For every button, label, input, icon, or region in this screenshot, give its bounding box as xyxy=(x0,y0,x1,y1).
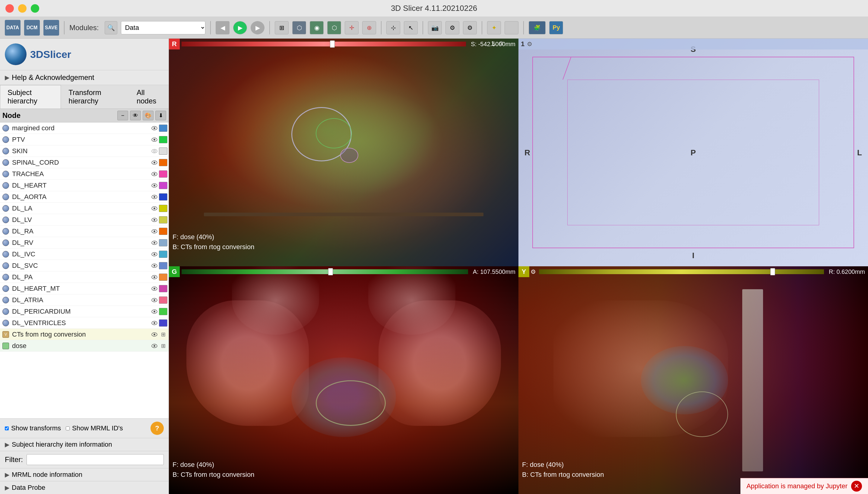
node-color-swatch[interactable] xyxy=(159,239,167,246)
node-color-swatch[interactable] xyxy=(159,308,167,315)
nav-back-button[interactable]: ◀ xyxy=(216,21,230,34)
node-visibility-icon[interactable] xyxy=(150,307,159,316)
node-visibility-icon[interactable] xyxy=(150,238,159,247)
nav-forward-button[interactable]: ▶ xyxy=(251,21,265,34)
ext2-button[interactable]: ⚙ xyxy=(463,21,477,34)
node-color-swatch[interactable] xyxy=(159,182,167,189)
node-color-swatch[interactable] xyxy=(159,136,167,143)
node-row[interactable]: DL_HEART_MT xyxy=(0,283,169,294)
node-color-swatch[interactable] xyxy=(159,319,167,327)
node-row[interactable]: DL_RV xyxy=(0,237,169,248)
ext3-button[interactable] xyxy=(505,21,518,34)
node-visibility-icon[interactable] xyxy=(150,135,159,144)
node-visibility-icon[interactable] xyxy=(150,250,159,259)
slicer-ext-button[interactable]: 🧩 xyxy=(529,21,545,34)
3d-view-button[interactable]: ⬡ xyxy=(292,21,306,34)
node-color-swatch[interactable] xyxy=(159,125,167,132)
mrml-node-info-row[interactable]: ▶ MRML node information xyxy=(0,468,169,481)
node-visibility-icon[interactable] xyxy=(150,341,159,350)
help-button[interactable]: ? xyxy=(151,422,164,435)
crosshair-button[interactable]: ✛ xyxy=(345,21,359,34)
close-button[interactable] xyxy=(5,4,14,13)
module-selector[interactable]: Data xyxy=(121,21,206,34)
star-button[interactable]: ✦ xyxy=(487,21,501,34)
node-table-icon[interactable]: ⊞ xyxy=(159,342,167,349)
minimize-button[interactable] xyxy=(18,4,26,13)
node-visibility-icon[interactable] xyxy=(150,330,159,339)
tree-minus-button[interactable]: − xyxy=(117,111,128,120)
node-visibility-icon[interactable] xyxy=(150,192,159,202)
node-color-swatch[interactable] xyxy=(159,228,167,235)
screen-cap-button[interactable]: 📷 xyxy=(428,21,442,34)
node-row[interactable]: DL_SVC xyxy=(0,260,169,271)
node-row[interactable]: DL_IVC xyxy=(0,248,169,260)
dcm-icon[interactable]: DCM xyxy=(24,20,40,36)
node-color-swatch[interactable] xyxy=(159,273,167,281)
node-color-swatch[interactable] xyxy=(159,205,167,212)
filter-input[interactable] xyxy=(26,454,164,465)
node-row[interactable]: dose⊞ xyxy=(0,340,169,352)
node-visibility-icon[interactable] xyxy=(150,170,159,178)
node-visibility-icon[interactable] xyxy=(150,227,159,236)
tree-eye-button[interactable]: 👁 xyxy=(130,111,141,120)
maximize-button[interactable] xyxy=(31,4,39,13)
node-row[interactable]: SPINAL_CORD xyxy=(0,157,169,168)
node-visibility-icon[interactable] xyxy=(150,296,159,305)
show-transforms-checkbox[interactable] xyxy=(5,426,9,430)
node-visibility-icon[interactable] xyxy=(150,158,159,167)
node-table-icon[interactable]: ⊞ xyxy=(159,331,167,338)
node-row[interactable]: margined cord xyxy=(0,122,169,134)
segment-button[interactable]: ⬡ xyxy=(327,21,341,34)
volume-button[interactable]: ◉ xyxy=(310,21,324,34)
layout-grid-button[interactable]: ⊞ xyxy=(275,21,289,34)
node-row[interactable]: SKIN xyxy=(0,145,169,157)
tab-transform-hierarchy[interactable]: Transform hierarchy xyxy=(61,85,129,109)
node-row[interactable]: DL_ATRIA xyxy=(0,294,169,306)
show-mrml-checkbox[interactable] xyxy=(66,426,70,430)
node-row[interactable]: DL_AORTA xyxy=(0,191,169,203)
tree-scroll-button[interactable]: ⬇ xyxy=(155,111,166,120)
node-row[interactable]: DL_HEART xyxy=(0,180,169,191)
node-visibility-icon[interactable] xyxy=(150,319,159,327)
axial-slider-track[interactable] xyxy=(181,42,466,46)
tab-subject-hierarchy[interactable]: Subject hierarchy xyxy=(0,85,61,109)
crosshair2-button[interactable]: ⊹ xyxy=(386,21,400,34)
tab-all-nodes[interactable]: All nodes xyxy=(129,85,169,109)
node-row[interactable]: VCTs from rtog conversion⊞ xyxy=(0,329,169,340)
data-probe-row[interactable]: ▶ Data Probe xyxy=(0,481,169,494)
node-row[interactable]: DL_LA xyxy=(0,203,169,214)
node-row[interactable]: DL_PERICARDIUM xyxy=(0,306,169,317)
save-icon[interactable]: SAVE xyxy=(43,20,59,36)
tree-color-button[interactable]: 🎨 xyxy=(143,111,154,120)
node-visibility-icon[interactable] xyxy=(150,147,159,156)
node-color-swatch[interactable] xyxy=(159,262,167,269)
statusbar-close-button[interactable]: ✕ xyxy=(851,481,862,492)
node-row[interactable]: DL_LV xyxy=(0,214,169,226)
node-row[interactable]: DL_VENTRICLES xyxy=(0,317,169,329)
node-row[interactable]: PTV xyxy=(0,134,169,145)
node-color-swatch[interactable] xyxy=(159,159,167,166)
coronal-slider-thumb[interactable] xyxy=(328,268,333,276)
pointer-button[interactable]: ↖ xyxy=(404,21,418,34)
node-color-swatch[interactable] xyxy=(159,148,167,155)
modules-search-button[interactable]: 🔍 xyxy=(105,21,117,34)
node-visibility-icon[interactable] xyxy=(150,284,159,293)
python-button[interactable]: Py xyxy=(549,21,563,34)
node-color-swatch[interactable] xyxy=(159,216,167,224)
sagittal-slider-thumb[interactable] xyxy=(770,268,775,276)
fiducial-button[interactable]: ⊕ xyxy=(362,21,376,34)
node-visibility-icon[interactable] xyxy=(150,124,159,133)
node-visibility-icon[interactable] xyxy=(150,181,159,190)
node-visibility-icon[interactable] xyxy=(150,273,159,282)
sagittal-slider-track[interactable] xyxy=(539,269,824,274)
node-row[interactable]: TRACHEA xyxy=(0,168,169,180)
node-visibility-icon[interactable] xyxy=(150,215,159,224)
node-color-swatch[interactable] xyxy=(159,170,167,178)
3d-settings-icon[interactable]: ⚙ xyxy=(527,40,532,48)
node-row[interactable]: DL_PA xyxy=(0,271,169,283)
data-icon[interactable]: DATA xyxy=(5,20,20,36)
help-acknowledgement-row[interactable]: ▶ Help & Acknowledgement xyxy=(0,70,169,85)
node-visibility-icon[interactable] xyxy=(150,261,159,270)
node-row[interactable]: DL_RA xyxy=(0,226,169,237)
node-color-swatch[interactable] xyxy=(159,193,167,201)
